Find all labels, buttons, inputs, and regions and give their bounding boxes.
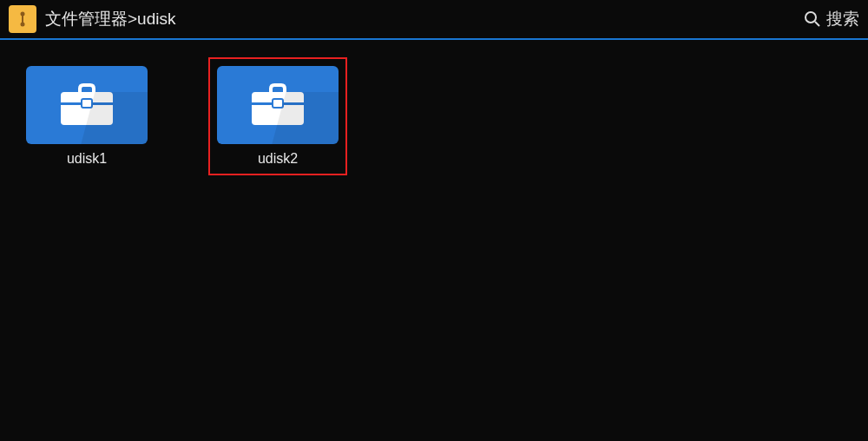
content-area: udisk1 udisk2 (0, 40, 868, 193)
app-icon[interactable] (9, 5, 36, 33)
folder-item-udisk1[interactable]: udisk1 (17, 57, 156, 175)
folder-icon (26, 66, 148, 144)
header-left: 文件管理器>udisk (9, 5, 175, 33)
toolbox-icon (56, 82, 117, 129)
breadcrumb[interactable]: 文件管理器>udisk (45, 8, 175, 30)
folder-icon (217, 66, 339, 144)
folder-label: udisk2 (258, 151, 298, 167)
archive-icon (14, 10, 31, 28)
svg-line-4 (815, 22, 819, 26)
search-icon (804, 10, 821, 28)
svg-rect-2 (22, 15, 23, 23)
folder-label: udisk1 (67, 151, 107, 167)
svg-rect-7 (82, 99, 92, 108)
header: 文件管理器>udisk 搜索 (0, 0, 868, 38)
toolbox-icon (247, 82, 308, 129)
svg-point-3 (806, 12, 816, 23)
folder-item-udisk2[interactable]: udisk2 (208, 57, 347, 175)
svg-rect-10 (273, 99, 283, 108)
search-button[interactable]: 搜索 (804, 8, 859, 30)
search-label: 搜索 (826, 8, 859, 30)
